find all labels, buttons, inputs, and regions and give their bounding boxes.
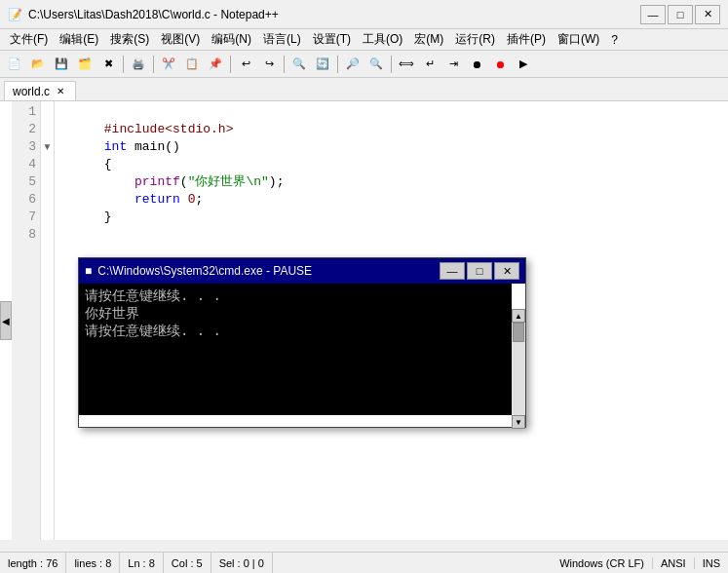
save-button[interactable]: 💾	[51, 54, 72, 75]
tab-close-button[interactable]: ✕	[54, 85, 67, 98]
cmd-body: 请按任意键继续. . . 你好世界 请按任意键继续. . . ▲ ▼	[79, 284, 525, 429]
tab-world-c[interactable]: world.c ✕	[4, 81, 76, 100]
cmd-scroll-up[interactable]: ▲	[512, 309, 525, 323]
cmd-scroll-track[interactable]	[512, 323, 525, 415]
line-num-1: 1	[12, 103, 40, 121]
replace-button[interactable]: 🔄	[312, 54, 333, 75]
toolbar-sep-3	[230, 56, 231, 73]
zoom-in-button[interactable]: 🔎	[342, 54, 364, 75]
menu-macro[interactable]: 宏(M)	[408, 29, 449, 50]
line-num-8: 8	[12, 226, 40, 244]
toolbar: 📄 📂 💾 🗂️ ✖ 🖨️ ✂️ 📋 📌 ↩ ↪ 🔍 🔄 🔎 🔍 ⟺ ↵ ⇥ ⏺…	[0, 51, 728, 78]
cmd-maximize-button[interactable]: □	[467, 262, 492, 280]
cmd-controls: — □ ✕	[440, 262, 519, 280]
line-num-5: 5	[12, 173, 40, 191]
fold-gutter: ▼	[41, 101, 55, 540]
menu-run[interactable]: 运行(R)	[449, 29, 501, 50]
cmd-icon: ■	[85, 264, 92, 278]
menu-search[interactable]: 搜索(S)	[104, 29, 155, 50]
code-line-8	[58, 226, 724, 244]
cmd-scrollbar[interactable]: ▲ ▼	[512, 309, 525, 429]
cmd-scroll-thumb[interactable]	[513, 323, 524, 342]
menu-plugins[interactable]: 插件(P)	[501, 29, 552, 50]
status-length: length : 76	[0, 553, 66, 573]
fold-5	[41, 173, 54, 191]
fold-6	[41, 191, 54, 209]
fold-8	[41, 226, 54, 244]
toolbar-sep-4	[284, 56, 285, 73]
print-button[interactable]: 🖨️	[128, 54, 149, 75]
menu-settings[interactable]: 设置(T)	[307, 29, 357, 50]
macro-play-button[interactable]: ⏺	[489, 54, 511, 75]
find-button[interactable]: 🔍	[288, 54, 310, 75]
title-bar-text: C:\Users\Litas\Dash2018\C\world.c - Note…	[28, 8, 640, 21]
app-icon: 📝	[8, 8, 22, 21]
menu-bar: 文件(F) 编辑(E) 搜索(S) 视图(V) 编码(N) 语言(L) 设置(T…	[0, 29, 728, 51]
cmd-window[interactable]: ■ C:\Windows\System32\cmd.exe - PAUSE — …	[78, 257, 526, 428]
code-line-1: #include<stdio.h>	[58, 103, 724, 121]
status-sel: Sel : 0 | 0	[211, 553, 273, 573]
fold-3[interactable]: ▼	[41, 138, 54, 156]
cmd-content: 请按任意键继续. . . 你好世界 请按任意键继续. . .	[79, 284, 512, 415]
copy-button[interactable]: 📋	[181, 54, 203, 75]
status-right: Windows (CR LF) ANSI INS	[552, 557, 728, 569]
menu-view[interactable]: 视图(V)	[155, 29, 206, 50]
panel-collapse-arrow[interactable]: ◀	[0, 301, 12, 340]
code-line-7	[58, 209, 724, 226]
line-num-7: 7	[12, 209, 40, 226]
status-bar: length : 76 lines : 8 Ln : 8 Col : 5 Sel…	[0, 552, 728, 573]
line-num-6: 6	[12, 191, 40, 209]
line-num-3: 3	[12, 138, 40, 156]
code-line-4: printf("你好世界\n");	[58, 156, 724, 173]
menu-encoding[interactable]: 编码(N)	[206, 29, 257, 50]
window-controls: — □ ✕	[640, 5, 720, 24]
tab-bar: world.c ✕	[0, 78, 728, 101]
fold-7	[41, 209, 54, 226]
menu-language[interactable]: 语言(L)	[257, 29, 307, 50]
zoom-out-button[interactable]: 🔍	[365, 54, 387, 75]
menu-edit[interactable]: 编辑(E)	[54, 29, 104, 50]
cmd-close-button[interactable]: ✕	[494, 262, 519, 280]
status-encoding: Windows (CR LF)	[552, 557, 653, 569]
fold-1	[41, 103, 54, 121]
cut-button[interactable]: ✂️	[158, 54, 179, 75]
indent-button[interactable]: ⇥	[442, 54, 464, 75]
status-col: Col : 5	[164, 553, 211, 573]
toolbar-sep-2	[153, 56, 154, 73]
new-button[interactable]: 📄	[4, 54, 25, 75]
status-mode: INS	[695, 557, 728, 569]
line-num-2: 2	[12, 121, 40, 138]
menu-help[interactable]: ?	[605, 31, 624, 49]
save-all-button[interactable]: 🗂️	[74, 54, 96, 75]
menu-window[interactable]: 窗口(W)	[552, 29, 605, 50]
paste-button[interactable]: 📌	[205, 54, 226, 75]
cmd-minimize-button[interactable]: —	[440, 262, 465, 280]
toolbar-sep-1	[123, 56, 124, 73]
fold-2	[41, 121, 54, 138]
macro-rec-button[interactable]: ⏺	[466, 54, 487, 75]
toolbar-sep-5	[337, 56, 338, 73]
sync-button[interactable]: ⟺	[396, 54, 417, 75]
close-button2[interactable]: ✖	[97, 54, 119, 75]
menu-tools[interactable]: 工具(O)	[357, 29, 408, 50]
redo-button[interactable]: ↪	[258, 54, 280, 75]
editor-area[interactable]: ◀ 1 2 3 4 5 6 7 8 ▼ #include<stdio.h> in…	[0, 101, 728, 540]
cmd-line-3: 请按任意键继续. . .	[85, 323, 506, 340]
fold-4	[41, 156, 54, 173]
line-numbers: 1 2 3 4 5 6 7 8	[12, 101, 41, 540]
cmd-title-text: C:\Windows\System32\cmd.exe - PAUSE	[97, 264, 440, 278]
minimize-button[interactable]: —	[640, 5, 666, 24]
maximize-button[interactable]: □	[668, 5, 693, 24]
open-button[interactable]: 📂	[27, 54, 49, 75]
menu-file[interactable]: 文件(F)	[4, 29, 54, 50]
close-button[interactable]: ✕	[695, 5, 720, 24]
title-bar: 📝 C:\Users\Litas\Dash2018\C\world.c - No…	[0, 0, 728, 29]
toolbar-sep-6	[391, 56, 392, 73]
undo-button[interactable]: ↩	[235, 54, 256, 75]
run-button[interactable]: ▶	[513, 54, 534, 75]
cmd-scroll-down[interactable]: ▼	[512, 415, 525, 429]
wrap-button[interactable]: ↵	[419, 54, 441, 75]
status-charset: ANSI	[653, 557, 695, 569]
cmd-line-2: 你好世界	[85, 305, 506, 323]
cmd-title-bar: ■ C:\Windows\System32\cmd.exe - PAUSE — …	[79, 258, 525, 284]
